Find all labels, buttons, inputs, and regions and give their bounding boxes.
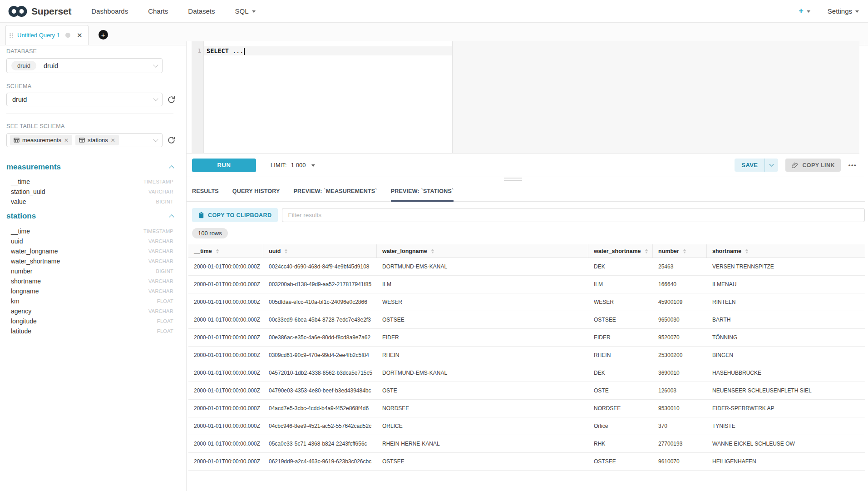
cell-uuid: 04790e03-4353-4e80-beef-b3ed439484bc	[263, 382, 377, 399]
nav-datasets[interactable]: Datasets	[188, 7, 215, 15]
refresh-schemas-button[interactable]	[166, 94, 177, 105]
column-name: shortname	[11, 278, 41, 285]
cell-number: 9530010	[653, 400, 707, 417]
nav-charts[interactable]: Charts	[148, 7, 168, 15]
text-cursor	[244, 48, 245, 55]
cell-uuid: 00e386ac-e35c-4a6e-80dd-f8cd8a9e7a62	[263, 329, 377, 346]
chevron-down-icon	[855, 10, 859, 13]
result-tab[interactable]: QUERY HISTORY	[232, 188, 280, 202]
results-table-header: __time uuid water_longname water_shortna…	[188, 244, 865, 258]
column-name: longitude	[11, 317, 37, 325]
column-header-uuid[interactable]: uuid	[263, 244, 377, 258]
column-header-time[interactable]: __time	[188, 244, 263, 258]
remove-icon[interactable]: ✕	[64, 138, 69, 143]
column-type: FLOAT	[157, 318, 173, 324]
superset-sql-lab: Superset Dashboards Charts Datasets SQL …	[0, 0, 868, 491]
cell-water-shortname: DEK	[588, 364, 653, 382]
sql-code-line: SELECT ...	[207, 47, 245, 55]
schema-column-row: uuid VARCHAR	[6, 236, 173, 246]
column-type: VARCHAR	[148, 278, 173, 284]
table-row[interactable]: 2000-01-01T00:00:00.000Z 0309cd61-90c9-4…	[188, 347, 865, 364]
new-item-menu[interactable]: +	[799, 6, 810, 16]
cell-shortname: BARTH	[707, 311, 865, 328]
nav-dashboards[interactable]: Dashboards	[91, 7, 128, 15]
table-chip-measurements[interactable]: measurements ✕	[10, 135, 72, 145]
table-section-measurements[interactable]: measurements	[6, 163, 173, 172]
cell-water-longname: OSTSEE	[377, 453, 588, 470]
table-row[interactable]: 2000-01-01T00:00:00.000Z 04cbc946-8ee9-4…	[188, 417, 865, 435]
paperclip-icon	[791, 162, 799, 169]
more-actions-button[interactable]: •••	[848, 162, 857, 169]
limit-dropdown[interactable]: LIMIT: 1 000	[271, 162, 315, 169]
cell-shortname: BINGEN	[707, 347, 865, 364]
table-row[interactable]: 2000-01-01T00:00:00.000Z 003200ab-d138-4…	[188, 276, 865, 293]
table-row[interactable]: 2000-01-01T00:00:00.000Z 0024cc40-d690-4…	[188, 258, 865, 276]
query-tab-untitled-query-1[interactable]: Untitled Query 1 ✕	[5, 25, 89, 45]
table-row[interactable]: 2000-01-01T00:00:00.000Z 005dfdae-efcc-4…	[188, 293, 865, 311]
cell-time: 2000-01-01T00:00:00.000Z	[188, 382, 263, 399]
settings-menu[interactable]: Settings	[828, 7, 859, 15]
table-row[interactable]: 2000-01-01T00:00:00.000Z 00c33ed9-6bea-4…	[188, 311, 865, 329]
schema-column-row: __time TIMESTAMP	[6, 177, 173, 187]
column-type: VARCHAR	[148, 308, 173, 314]
remove-icon[interactable]: ✕	[111, 138, 115, 143]
save-options-button[interactable]	[765, 159, 778, 172]
copy-link-button[interactable]: COPY LINK	[785, 159, 840, 172]
result-tab[interactable]: PREVIEW: `STATIONS`	[391, 188, 454, 202]
nav-sql-menu[interactable]: SQL	[235, 7, 256, 15]
table-row[interactable]: 2000-01-01T00:00:00.000Z 04acd7e5-3cbc-4…	[188, 400, 865, 417]
column-type: BIGINT	[156, 199, 173, 204]
cell-water-shortname: OSTSEE	[588, 311, 653, 328]
schema-select[interactable]: druid	[6, 93, 163, 106]
superset-logo-link[interactable]: Superset	[8, 5, 71, 18]
table-row[interactable]: 2000-01-01T00:00:00.000Z 06219dd9-a2c4-4…	[188, 453, 865, 471]
cell-number: 45900109	[653, 293, 707, 311]
database-select[interactable]: druid druid	[6, 58, 163, 73]
cell-time: 2000-01-01T00:00:00.000Z	[188, 276, 263, 293]
query-tab-label: Untitled Query 1	[17, 32, 60, 39]
result-tab[interactable]: RESULTS	[192, 188, 219, 202]
new-query-tab-button[interactable]: +	[99, 30, 108, 40]
table-row[interactable]: 2000-01-01T00:00:00.000Z 04790e03-4353-4…	[188, 382, 865, 400]
column-header-water-shortname[interactable]: water_shortname	[588, 244, 653, 258]
copy-to-clipboard-button[interactable]: COPY TO CLIPBOARD	[192, 208, 278, 222]
column-header-water-longname[interactable]: water_longname	[377, 244, 588, 258]
filter-results-input[interactable]	[282, 208, 865, 222]
drag-handle-icon[interactable]	[10, 33, 13, 38]
sql-editor[interactable]: 1 SELECT ...	[187, 41, 859, 154]
editor-toolbar: RUN LIMIT: 1 000 SAVE COPY LINK •••	[187, 154, 865, 177]
cell-water-longname: WESER	[377, 293, 588, 311]
superset-infinity-logo-icon	[8, 5, 27, 18]
column-type: VARCHAR	[148, 288, 173, 294]
save-button[interactable]: SAVE	[735, 159, 764, 172]
schema-column-row: value BIGINT	[6, 197, 173, 207]
chevron-down-icon	[311, 164, 315, 167]
refresh-tables-button[interactable]	[166, 134, 177, 145]
schema-column-row: number BIGINT	[6, 266, 173, 276]
table-row[interactable]: 2000-01-01T00:00:00.000Z 05ca0e33-5c71-4…	[188, 435, 865, 453]
cell-time: 2000-01-01T00:00:00.000Z	[188, 435, 263, 452]
cell-water-shortname: WESER	[588, 293, 653, 311]
cell-shortname: VERSEN TRENNSPITZE	[707, 258, 865, 275]
table-row[interactable]: 2000-01-01T00:00:00.000Z 00e386ac-e35c-4…	[188, 329, 865, 347]
limit-value: 1 000	[291, 162, 306, 169]
table-schema-select[interactable]: measurements ✕ stations ✕	[6, 133, 163, 147]
column-header-number[interactable]: number	[653, 244, 707, 258]
cell-water-longname: OSTE	[377, 382, 588, 399]
close-icon[interactable]: ✕	[77, 32, 83, 39]
cell-shortname: EIDER-SPERRWERK AP	[707, 400, 865, 417]
column-name: agency	[11, 307, 31, 315]
column-type: FLOAT	[157, 298, 173, 304]
table-row[interactable]: 2000-01-01T00:00:00.000Z 04572010-1db2-4…	[188, 364, 865, 382]
table-chip-stations[interactable]: stations ✕	[75, 135, 119, 145]
database-label: DATABASE	[6, 48, 37, 55]
result-tab[interactable]: PREVIEW: `MEASUREMENTS`	[294, 188, 377, 202]
table-icon	[79, 137, 85, 143]
cell-number: 25300200	[653, 347, 707, 364]
database-type-chip: druid	[11, 61, 36, 70]
table-section-stations[interactable]: stations	[6, 212, 173, 221]
editor-gutter: 1	[192, 41, 204, 153]
run-query-button[interactable]: RUN	[192, 159, 256, 172]
column-header-shortname[interactable]: shortname	[707, 244, 865, 258]
column-name: longname	[11, 288, 39, 295]
